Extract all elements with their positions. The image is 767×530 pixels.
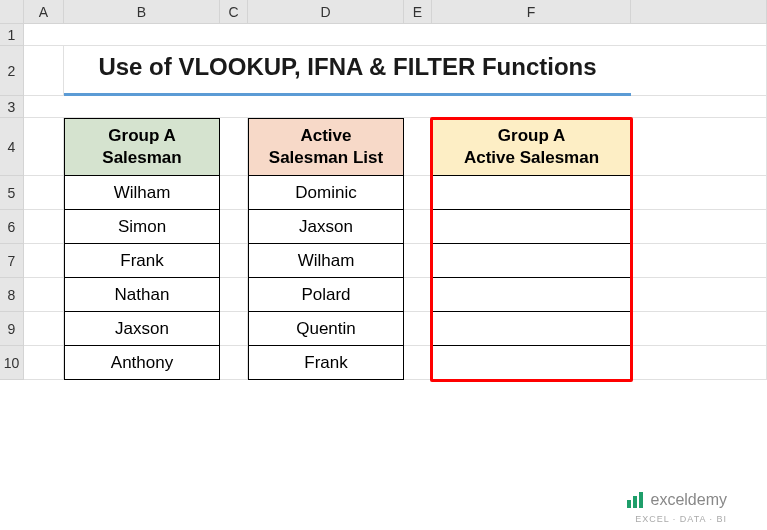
table-b-cell[interactable]: Wilham (64, 176, 220, 210)
select-all-corner[interactable] (0, 0, 24, 24)
table-d-cell[interactable]: Jaxson (248, 210, 404, 244)
cell[interactable] (24, 312, 64, 346)
cell[interactable] (631, 210, 767, 244)
table-f-cell[interactable] (432, 278, 631, 312)
cell[interactable] (24, 210, 64, 244)
cell[interactable] (24, 244, 64, 278)
table-d-cell[interactable]: Polard (248, 278, 404, 312)
table-d-cell[interactable]: Quentin (248, 312, 404, 346)
cell[interactable] (24, 346, 64, 380)
table-d-header[interactable]: Active Salesman List (248, 118, 404, 176)
svg-rect-0 (627, 500, 631, 508)
table-b-header[interactable]: Group A Salesman (64, 118, 220, 176)
table-f-cell[interactable] (432, 210, 631, 244)
exceldemy-logo: exceldemy (625, 490, 727, 510)
row-header-3[interactable]: 3 (0, 96, 24, 118)
cell[interactable] (404, 176, 432, 210)
table-b-cell[interactable]: Nathan (64, 278, 220, 312)
svg-rect-2 (639, 492, 643, 508)
cell[interactable] (24, 46, 64, 96)
cell[interactable] (220, 278, 248, 312)
row-header-5[interactable]: 5 (0, 176, 24, 210)
cell[interactable] (220, 346, 248, 380)
cell[interactable] (631, 244, 767, 278)
cell[interactable] (404, 244, 432, 278)
row-header-8[interactable]: 8 (0, 278, 24, 312)
row-header-9[interactable]: 9 (0, 312, 24, 346)
cell[interactable] (220, 176, 248, 210)
cell[interactable] (631, 312, 767, 346)
row-header-7[interactable]: 7 (0, 244, 24, 278)
cell[interactable] (220, 244, 248, 278)
col-header-A[interactable]: A (24, 0, 64, 24)
cell[interactable] (631, 278, 767, 312)
cell[interactable] (404, 210, 432, 244)
page-title: Use of VLOOKUP, IFNA & FILTER Functions (64, 46, 631, 96)
col-header-B[interactable]: B (64, 0, 220, 24)
cell[interactable] (220, 312, 248, 346)
row-header-2[interactable]: 2 (0, 46, 24, 96)
table-d-cell[interactable]: Dominic (248, 176, 404, 210)
table-d-cell[interactable]: Frank (248, 346, 404, 380)
svg-rect-1 (633, 496, 637, 508)
cell[interactable] (631, 46, 767, 96)
logo-text: exceldemy (651, 491, 727, 509)
table-f-cell[interactable] (432, 244, 631, 278)
cell[interactable] (631, 118, 767, 176)
col-header-F[interactable]: F (432, 0, 631, 24)
col-header-E[interactable]: E (404, 0, 432, 24)
col-header-C[interactable]: C (220, 0, 248, 24)
row-header-10[interactable]: 10 (0, 346, 24, 380)
row-header-1[interactable]: 1 (0, 24, 24, 46)
table-f-header[interactable]: Group A Active Salesman (432, 118, 631, 176)
spreadsheet-grid: A B C D E F 1 2 Use of VLOOKUP, IFNA & F… (0, 0, 767, 380)
cell[interactable] (404, 118, 432, 176)
row-header-6[interactable]: 6 (0, 210, 24, 244)
cell[interactable] (404, 312, 432, 346)
col-header-overflow (631, 0, 767, 24)
table-b-cell[interactable]: Simon (64, 210, 220, 244)
logo-subtitle: EXCEL · DATA · BI (635, 514, 727, 524)
cell[interactable] (220, 118, 248, 176)
row-header-4[interactable]: 4 (0, 118, 24, 176)
table-f-cell[interactable] (432, 346, 631, 380)
cell[interactable] (24, 278, 64, 312)
cell[interactable] (24, 24, 767, 46)
table-b-cell[interactable]: Jaxson (64, 312, 220, 346)
table-b-cell[interactable]: Anthony (64, 346, 220, 380)
cell[interactable] (220, 210, 248, 244)
cell[interactable] (24, 118, 64, 176)
cell[interactable] (404, 346, 432, 380)
cell[interactable] (404, 278, 432, 312)
table-f-cell[interactable] (432, 176, 631, 210)
cell[interactable] (631, 176, 767, 210)
cell[interactable] (631, 346, 767, 380)
col-header-D[interactable]: D (248, 0, 404, 24)
table-b-cell[interactable]: Frank (64, 244, 220, 278)
table-d-cell[interactable]: Wilham (248, 244, 404, 278)
cell[interactable] (24, 96, 767, 118)
cell[interactable] (24, 176, 64, 210)
table-f-cell[interactable] (432, 312, 631, 346)
chart-icon (625, 490, 645, 510)
